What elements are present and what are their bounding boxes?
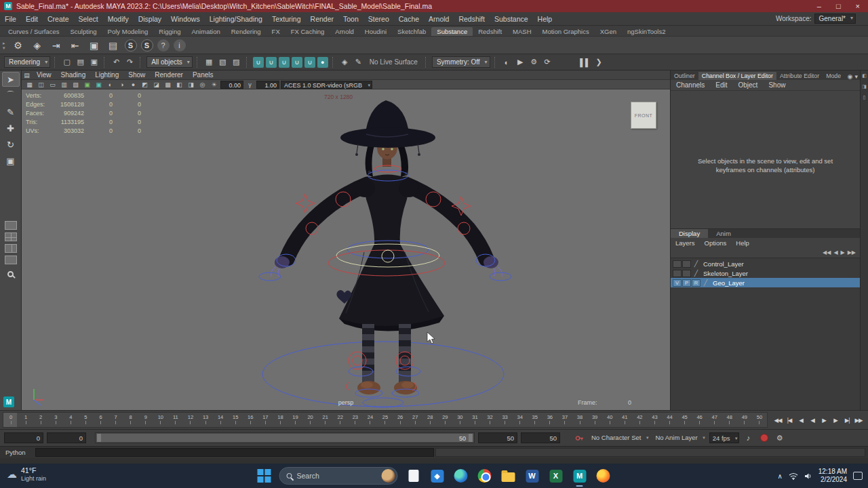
- timeline-tick[interactable]: 21: [318, 413, 333, 427]
- set-key-icon[interactable]: [573, 432, 585, 444]
- character-model[interactable]: [22, 89, 670, 410]
- shelf-send-icon[interactable]: ▣: [87, 38, 102, 53]
- rotate-tool-icon[interactable]: ↻: [2, 137, 20, 152]
- two-pane-layout-button[interactable]: [5, 244, 17, 253]
- layer-back-icon[interactable]: ◀: [833, 249, 837, 256]
- anim-layer-dropdown[interactable]: No Anim Layer: [652, 432, 705, 443]
- layer-next-icon[interactable]: ▶▶: [848, 249, 856, 256]
- timeline-tick[interactable]: 4: [63, 413, 78, 427]
- maximize-button[interactable]: □: [836, 2, 841, 10]
- play-backwards-button[interactable]: ◀: [807, 414, 818, 426]
- single-pane-layout-button[interactable]: [5, 221, 17, 230]
- timeline-tick[interactable]: 23: [348, 413, 363, 427]
- layer-row[interactable]: ╱ Skeleton_Layer: [671, 268, 860, 278]
- layer-editor-tab[interactable]: Display: [671, 229, 708, 238]
- exposure-icon[interactable]: ☀: [209, 81, 219, 89]
- outliner-pane-layout-button[interactable]: [5, 256, 17, 264]
- four-pane-layout-button[interactable]: [5, 232, 17, 241]
- time-slider[interactable]: 0123456789101112131415161718192021222324…: [0, 410, 868, 429]
- menu-item[interactable]: Render: [306, 12, 338, 26]
- timeline-tick[interactable]: 41: [617, 413, 632, 427]
- image-plane-icon[interactable]: ▧: [71, 81, 81, 89]
- step-forward-frame-button[interactable]: ▶: [830, 414, 841, 426]
- step-back-key-button[interactable]: |◀: [784, 414, 795, 426]
- timeline-tick[interactable]: 47: [707, 413, 722, 427]
- zoom-tool-icon[interactable]: [7, 271, 14, 277]
- taskbar-notepad-icon[interactable]: [406, 468, 422, 484]
- menu-item[interactable]: Help: [533, 12, 557, 26]
- open-scene-icon[interactable]: ▤: [75, 56, 86, 68]
- shelf-tab[interactable]: ngSkinTools2: [622, 27, 671, 36]
- snap-curve-icon[interactable]: ∪: [266, 57, 277, 68]
- timeline-tick[interactable]: 46: [692, 413, 707, 427]
- camera-lock-icon[interactable]: ◫: [36, 81, 46, 89]
- shelf-tab[interactable]: Houdini: [359, 27, 392, 36]
- timeline-tick[interactable]: 39: [587, 413, 602, 427]
- timeline-tick[interactable]: 45: [677, 413, 692, 427]
- right-panel-tab[interactable]: Attribute Editor: [776, 72, 823, 80]
- render-icon[interactable]: ◐: [501, 56, 513, 68]
- timeline-tick[interactable]: 36: [542, 413, 557, 427]
- animation-start-field[interactable]: 0: [4, 432, 43, 443]
- renderer-mode-dropdown[interactable]: Rendering: [4, 56, 50, 68]
- color-space-dropdown[interactable]: ACES 1.0 SDR-video (sRGB: [281, 81, 372, 89]
- right-panel-tab[interactable]: Mode: [823, 72, 844, 80]
- shelf-tab[interactable]: XGen: [595, 27, 622, 36]
- notification-center-icon[interactable]: [853, 472, 863, 480]
- bookmarks-icon[interactable]: ▥: [59, 81, 69, 89]
- layer-name[interactable]: Geo_Layer: [711, 279, 745, 287]
- gamma-field[interactable]: 1.00: [256, 81, 279, 89]
- menu-item[interactable]: Substance: [490, 12, 533, 26]
- character-set-dropdown[interactable]: No Character Set: [589, 432, 649, 443]
- timeline-tick[interactable]: 17: [258, 413, 273, 427]
- shelf-tab[interactable]: Rendering: [226, 27, 267, 36]
- hidden-icons-chevron[interactable]: ∧: [777, 472, 782, 480]
- range-end-handle[interactable]: [469, 434, 473, 442]
- pause-viewport-icon[interactable]: ▌▌: [580, 56, 591, 68]
- play-forwards-button[interactable]: ▶: [818, 414, 829, 426]
- timeline-tick[interactable]: 24: [363, 413, 378, 427]
- layer-editor-menu-item[interactable]: Help: [731, 239, 754, 247]
- taskbar-firefox-icon[interactable]: [595, 468, 612, 484]
- timeline-tick[interactable]: 20: [303, 413, 318, 427]
- textured-icon[interactable]: ▣: [94, 81, 104, 89]
- layer-color-swatch-icon[interactable]: ╱: [692, 260, 701, 268]
- timeline-tick[interactable]: 11: [168, 413, 183, 427]
- layer-playback-toggle[interactable]: P: [682, 279, 691, 287]
- minimize-button[interactable]: –: [817, 2, 821, 10]
- layer-editor-menu-item[interactable]: Layers: [671, 239, 700, 247]
- isolate-select-icon[interactable]: ◎: [197, 81, 208, 89]
- shelf-tab[interactable]: Curves / Surfaces: [3, 27, 65, 36]
- shelf-node-editor-icon[interactable]: ◈: [30, 38, 45, 53]
- channel-box-menu-item[interactable]: Object: [733, 81, 764, 89]
- timeline-tick[interactable]: 35: [528, 413, 542, 427]
- menu-item[interactable]: Arnold: [424, 12, 454, 26]
- layer-prev-icon[interactable]: ◀◀: [823, 249, 831, 256]
- exposure-field[interactable]: 0.00: [220, 81, 243, 89]
- viewport-menu-item[interactable]: Renderer: [150, 71, 188, 79]
- timeline-tick[interactable]: 37: [557, 413, 572, 427]
- right-panel-tab[interactable]: Channel Box / Layer Editor: [698, 72, 776, 80]
- layer-visibility-toggle[interactable]: [673, 260, 682, 268]
- timeline-tick[interactable]: 10: [153, 413, 168, 427]
- animation-end-field[interactable]: 50: [521, 432, 560, 443]
- shelf-import-icon[interactable]: ⇥: [49, 38, 64, 53]
- timeline-tick[interactable]: 19: [288, 413, 302, 427]
- timeline-tick[interactable]: 8: [123, 413, 138, 427]
- select-object-icon[interactable]: ▧: [217, 56, 229, 68]
- timeline-tick[interactable]: 0: [3, 413, 18, 427]
- taskbar-chrome-icon[interactable]: [477, 468, 493, 484]
- viewport-menu-item[interactable]: Lighting: [90, 71, 123, 79]
- safe-action-icon[interactable]: ◨: [186, 81, 196, 89]
- close-button[interactable]: ×: [856, 2, 860, 10]
- gate-mask-icon[interactable]: ▩: [163, 81, 173, 89]
- viewport-content[interactable]: 488 x 868 Verts:60083500 Edges:15081280…: [22, 89, 670, 410]
- redo-icon[interactable]: ↷: [124, 56, 136, 68]
- timeline-tick[interactable]: 32: [483, 413, 498, 427]
- shelf-tab[interactable]: Animation: [186, 27, 225, 36]
- viewport-menu-item[interactable]: Show: [123, 71, 150, 79]
- launch-render-view-icon[interactable]: ⟳: [542, 56, 553, 68]
- range-start-handle[interactable]: [97, 434, 101, 442]
- select-component-icon[interactable]: ▨: [231, 56, 242, 68]
- layer-name[interactable]: Skeleton_Layer: [701, 270, 748, 277]
